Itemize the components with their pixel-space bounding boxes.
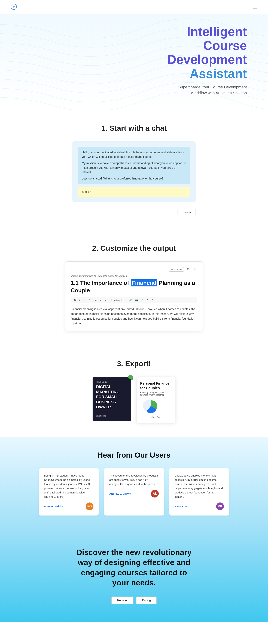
hero-subtitle: Supercharge Your Course Development Work…	[123, 84, 247, 96]
hamburger-menu[interactable]	[253, 6, 258, 8]
author-avatar-0: FG	[86, 502, 93, 510]
card1-category: FREQUENCY	[96, 381, 128, 383]
try-now-button[interactable]: Try now	[178, 209, 196, 216]
toolbar-italic[interactable]: I	[78, 298, 81, 302]
step2-title: 2. Customize the output	[92, 244, 176, 252]
author-avatar-2: RK	[216, 502, 224, 510]
export-card-dark: FREQUENCY DIGITAL MARKETING FOR SMALL BU…	[93, 377, 131, 421]
header	[0, 0, 268, 14]
author-name-2: Ryan Kmetz	[175, 505, 190, 508]
toolbar-color-a[interactable]: A	[141, 298, 144, 302]
testimonials-title: Hear from Our Users	[10, 451, 258, 460]
step2-section: 2. Customize the output Edit mode ⧉ ✕ Mo…	[0, 230, 268, 346]
lesson-body: Financial planning is a crucial aspect o…	[71, 307, 197, 326]
register-button[interactable]: Register	[111, 596, 134, 604]
toolbar-clear[interactable]: ✗	[151, 298, 155, 302]
hero-title: Intelligent Course Development Assistant	[123, 25, 247, 81]
editor-toolbar: B I U S ≡ ≡ ≡ Heading 1 ▾ 🔗 📷 A A ✗	[71, 297, 197, 303]
toolbar-list-2[interactable]: ≡	[99, 298, 103, 302]
green-leaf-icon	[126, 375, 133, 382]
testimonial-card-1: Thank you for this revolutionary product…	[104, 468, 164, 516]
module-label: Module 1: Introduction to Personal Finan…	[71, 274, 197, 277]
copy-icon[interactable]: ⧉	[186, 267, 191, 272]
lesson-title: 1.1 The Importance of Financial Planning…	[71, 280, 197, 294]
step3-title: 3. Export!	[117, 360, 151, 368]
toolbar-bold[interactable]: B	[73, 298, 77, 302]
chat-demo: Hello, I'm your dedicated assistant. My …	[72, 141, 196, 202]
testimonial-text-1: Thank you for this revolutionary product…	[109, 474, 159, 486]
lesson-title-pre: 1.1 The Importance of	[71, 280, 131, 286]
chat-input-field[interactable]: English	[78, 187, 190, 196]
testimonials-section: Hear from Our Users Being a PhD student,…	[0, 437, 268, 530]
author-name-1: Andrew J. Leavitt	[109, 492, 131, 495]
editor-topbar: Edit mode ⧉ ✕	[71, 267, 197, 272]
pricing-button[interactable]: Pricing	[136, 596, 157, 604]
toolbar-heading[interactable]: Heading 1 ▾	[110, 298, 125, 302]
step1-title: 1. Start with a chat	[101, 124, 167, 132]
export-demo: FREQUENCY DIGITAL MARKETING FOR SMALL BU…	[65, 377, 203, 423]
hero-section: .wave { fill: none; stroke: #b0d8f0; str…	[0, 14, 268, 110]
author-name-0: Franco Gericke	[44, 505, 63, 508]
testimonial-author-0: Franco Gericke FG	[44, 502, 93, 510]
testimonial-text-0: Being a PhD student, I have found Chat2C…	[44, 474, 93, 499]
card1-date: 26/04/2026	[96, 415, 128, 417]
pie-chart	[140, 399, 161, 413]
export-card-light: Personal Finance for Couples Planning, B…	[137, 377, 175, 423]
cta-section: Discover the new revolutionary way of de…	[0, 530, 268, 622]
lesson-title-highlight: Financial	[131, 280, 157, 286]
chat-message-1: Hello, I'm your dedicated assistant. My …	[78, 147, 190, 184]
testimonials-grid: Being a PhD student, I have found Chat2C…	[28, 468, 240, 516]
testimonial-author-1: Andrew J. Leavitt AL	[109, 490, 159, 498]
card1-title: DIGITAL MARKETING FOR SMALL BUSINESS OWN…	[96, 384, 128, 410]
toolbar-color-a2[interactable]: A	[145, 298, 149, 302]
testimonial-text-2: Chat2Course enabled me to craft a bespok…	[175, 474, 224, 499]
testimonial-card-0: Being a PhD student, I have found Chat2C…	[39, 468, 99, 516]
step3-section: 3. Export! FREQUENCY DIGITAL MARKETING F…	[0, 346, 268, 437]
toolbar-strikethrough[interactable]: S	[87, 298, 91, 302]
card2-subtitle: Planning, Budgeting, and Growing Wealth …	[140, 391, 172, 396]
toolbar-link[interactable]: 🔗	[128, 298, 133, 302]
toolbar-list-1[interactable]: ≡	[94, 298, 98, 302]
testimonial-card-2: Chat2Course enabled me to craft a bespok…	[169, 468, 229, 516]
cta-title: Discover the new revolutionary way of de…	[72, 547, 196, 588]
toolbar-sep-3	[126, 298, 126, 302]
card2-title: Personal Finance for Couples	[140, 381, 172, 390]
cta-buttons: Register Pricing	[10, 596, 258, 604]
chat-demo-container: Hello, I'm your dedicated assistant. My …	[72, 141, 196, 216]
author-avatar-1: AL	[151, 490, 159, 498]
logo[interactable]	[10, 4, 17, 10]
toolbar-underline[interactable]: U	[82, 298, 86, 302]
testimonial-author-2: Ryan Kmetz RK	[175, 502, 224, 510]
step1-section: 1. Start with a chat Hello, I'm your ded…	[0, 110, 268, 230]
editor-demo: Edit mode ⧉ ✕ Module 1: Introduction to …	[65, 262, 203, 331]
toolbar-list-3[interactable]: ≡	[104, 298, 107, 302]
close-icon[interactable]: ✕	[192, 267, 197, 272]
toolbar-image[interactable]: 📷	[134, 298, 139, 302]
edit-mode-button[interactable]: Edit mode	[169, 267, 184, 272]
card2-author: John Doe	[140, 416, 172, 418]
hero-text-block: Intelligent Course Development Assistant…	[123, 25, 247, 96]
